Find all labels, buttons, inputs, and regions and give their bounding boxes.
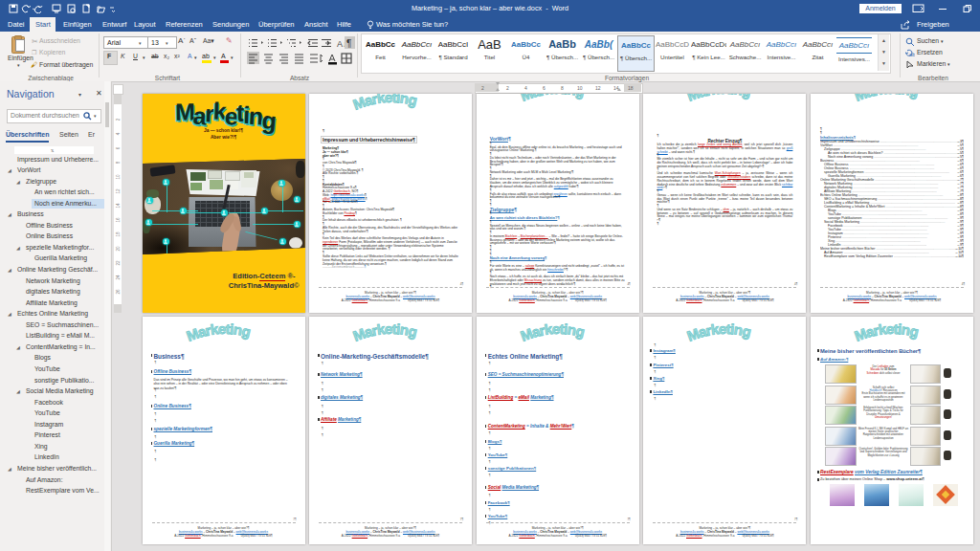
svg-text:Marketing: Marketing [685,94,753,104]
svg-text:Marketing: Marketing [351,322,419,344]
svg-text:26: 26 [116,289,121,295]
svg-text:Marketing: Marketing [519,322,587,344]
svg-text:10: 10 [116,174,121,180]
svg-text:2: 2 [116,118,121,121]
svg-text:8: 8 [116,161,121,164]
svg-text:6: 6 [116,146,121,149]
svg-text:Marketing: Marketing [853,322,921,344]
svg-text:Marketing: Marketing [185,322,253,344]
svg-text:Marketing: Marketing [351,94,419,113]
svg-text:Marketing: Marketing [685,322,753,344]
svg-text:Marketing: Marketing [853,94,921,104]
svg-text:Marketing: Marketing [519,94,587,104]
svg-text:16: 16 [116,217,121,223]
svg-text:24: 24 [116,275,121,280]
svg-text:22: 22 [116,260,121,266]
svg-text:14: 14 [116,203,121,209]
svg-text:¶: ¶ [346,38,351,49]
svg-text:12: 12 [116,188,121,194]
svg-text:20: 20 [116,246,121,252]
svg-text:4: 4 [116,132,121,135]
svg-text:ab: ab [909,52,915,57]
svg-text:18: 18 [116,231,121,237]
